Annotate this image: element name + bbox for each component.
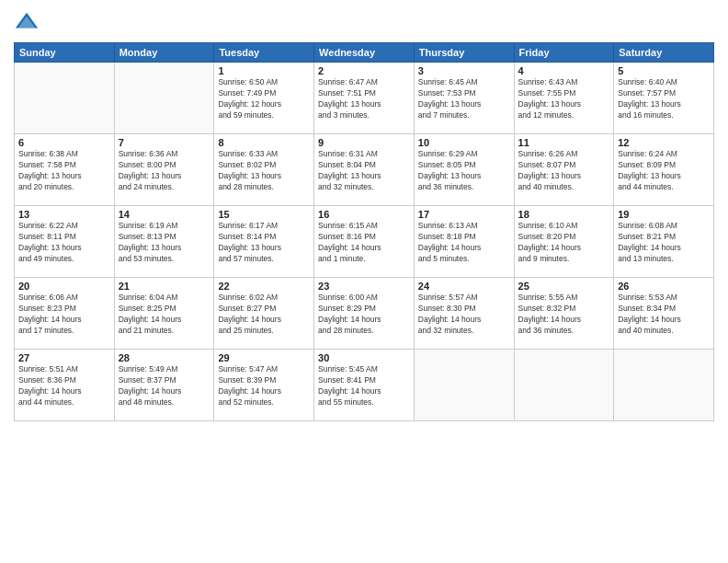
calendar-cell: 16Sunrise: 6:15 AM Sunset: 8:16 PM Dayli…	[314, 206, 415, 278]
week-row: 27Sunrise: 5:51 AM Sunset: 8:36 PM Dayli…	[15, 350, 714, 421]
calendar-cell	[414, 350, 514, 421]
logo-icon	[14, 9, 40, 35]
day-number: 11	[518, 137, 610, 148]
day-info: Sunrise: 6:22 AM Sunset: 8:11 PM Dayligh…	[18, 221, 110, 265]
day-info: Sunrise: 5:55 AM Sunset: 8:32 PM Dayligh…	[518, 293, 610, 337]
calendar-cell	[514, 350, 614, 421]
day-info: Sunrise: 6:38 AM Sunset: 7:58 PM Dayligh…	[18, 149, 110, 193]
weekday-header: Friday	[514, 43, 614, 63]
day-number: 23	[318, 281, 410, 292]
day-info: Sunrise: 6:02 AM Sunset: 8:27 PM Dayligh…	[218, 293, 310, 337]
day-info: Sunrise: 6:10 AM Sunset: 8:20 PM Dayligh…	[518, 221, 610, 265]
day-number: 12	[618, 137, 710, 148]
day-info: Sunrise: 5:57 AM Sunset: 8:30 PM Dayligh…	[418, 293, 510, 337]
weekday-header: Monday	[114, 43, 214, 63]
day-number: 2	[318, 65, 410, 76]
week-row: 20Sunrise: 6:06 AM Sunset: 8:23 PM Dayli…	[15, 278, 714, 350]
calendar-cell: 1Sunrise: 6:50 AM Sunset: 7:49 PM Daylig…	[214, 63, 314, 134]
day-info: Sunrise: 6:36 AM Sunset: 8:00 PM Dayligh…	[119, 149, 210, 193]
calendar-cell: 7Sunrise: 6:36 AM Sunset: 8:00 PM Daylig…	[114, 134, 214, 206]
weekday-header: Wednesday	[314, 43, 415, 63]
day-info: Sunrise: 6:29 AM Sunset: 8:05 PM Dayligh…	[418, 149, 510, 193]
day-number: 14	[119, 209, 210, 220]
day-info: Sunrise: 5:49 AM Sunset: 8:37 PM Dayligh…	[119, 364, 210, 408]
calendar-cell: 22Sunrise: 6:02 AM Sunset: 8:27 PM Dayli…	[214, 278, 314, 350]
calendar-cell: 12Sunrise: 6:24 AM Sunset: 8:09 PM Dayli…	[614, 134, 714, 206]
week-row: 6Sunrise: 6:38 AM Sunset: 7:58 PM Daylig…	[15, 134, 714, 206]
day-info: Sunrise: 5:51 AM Sunset: 8:36 PM Dayligh…	[18, 364, 110, 408]
calendar-cell: 8Sunrise: 6:33 AM Sunset: 8:02 PM Daylig…	[214, 134, 314, 206]
calendar-cell: 14Sunrise: 6:19 AM Sunset: 8:13 PM Dayli…	[114, 206, 214, 278]
day-number: 15	[218, 209, 310, 220]
day-number: 9	[318, 137, 410, 148]
day-info: Sunrise: 6:33 AM Sunset: 8:02 PM Dayligh…	[218, 149, 310, 193]
week-row: 13Sunrise: 6:22 AM Sunset: 8:11 PM Dayli…	[15, 206, 714, 278]
day-info: Sunrise: 6:19 AM Sunset: 8:13 PM Dayligh…	[119, 221, 210, 265]
day-number: 18	[518, 209, 610, 220]
day-info: Sunrise: 6:31 AM Sunset: 8:04 PM Dayligh…	[318, 149, 410, 193]
calendar-cell: 5Sunrise: 6:40 AM Sunset: 7:57 PM Daylig…	[614, 63, 714, 134]
day-info: Sunrise: 6:17 AM Sunset: 8:14 PM Dayligh…	[218, 221, 310, 265]
calendar-cell: 13Sunrise: 6:22 AM Sunset: 8:11 PM Dayli…	[15, 206, 115, 278]
day-number: 13	[18, 209, 110, 220]
calendar-cell: 3Sunrise: 6:45 AM Sunset: 7:53 PM Daylig…	[414, 63, 514, 134]
day-info: Sunrise: 6:45 AM Sunset: 7:53 PM Dayligh…	[418, 77, 510, 121]
weekday-header: Thursday	[414, 43, 514, 63]
calendar-cell: 4Sunrise: 6:43 AM Sunset: 7:55 PM Daylig…	[514, 63, 614, 134]
day-info: Sunrise: 6:13 AM Sunset: 8:18 PM Dayligh…	[418, 221, 510, 265]
day-info: Sunrise: 6:26 AM Sunset: 8:07 PM Dayligh…	[518, 149, 610, 193]
calendar-cell: 26Sunrise: 5:53 AM Sunset: 8:34 PM Dayli…	[614, 278, 714, 350]
day-number: 30	[318, 352, 410, 363]
calendar-cell: 29Sunrise: 5:47 AM Sunset: 8:39 PM Dayli…	[214, 350, 314, 421]
day-number: 8	[218, 137, 310, 148]
day-number: 24	[418, 281, 510, 292]
day-info: Sunrise: 6:47 AM Sunset: 7:51 PM Dayligh…	[318, 77, 410, 121]
calendar: SundayMondayTuesdayWednesdayThursdayFrid…	[14, 42, 714, 421]
calendar-cell: 25Sunrise: 5:55 AM Sunset: 8:32 PM Dayli…	[514, 278, 614, 350]
day-info: Sunrise: 6:43 AM Sunset: 7:55 PM Dayligh…	[518, 77, 610, 121]
day-number: 17	[418, 209, 510, 220]
day-number: 1	[218, 65, 310, 76]
day-info: Sunrise: 6:50 AM Sunset: 7:49 PM Dayligh…	[218, 77, 310, 121]
day-number: 28	[119, 352, 210, 363]
day-number: 5	[618, 65, 710, 76]
calendar-cell: 17Sunrise: 6:13 AM Sunset: 8:18 PM Dayli…	[414, 206, 514, 278]
day-number: 3	[418, 65, 510, 76]
calendar-cell: 18Sunrise: 6:10 AM Sunset: 8:20 PM Dayli…	[514, 206, 614, 278]
day-number: 26	[618, 281, 710, 292]
calendar-cell: 19Sunrise: 6:08 AM Sunset: 8:21 PM Dayli…	[614, 206, 714, 278]
calendar-cell: 10Sunrise: 6:29 AM Sunset: 8:05 PM Dayli…	[414, 134, 514, 206]
day-number: 6	[18, 137, 110, 148]
day-number: 21	[119, 281, 210, 292]
day-number: 22	[218, 281, 310, 292]
calendar-cell: 6Sunrise: 6:38 AM Sunset: 7:58 PM Daylig…	[15, 134, 115, 206]
day-info: Sunrise: 6:24 AM Sunset: 8:09 PM Dayligh…	[618, 149, 710, 193]
weekday-header-row: SundayMondayTuesdayWednesdayThursdayFrid…	[15, 43, 714, 63]
weekday-header: Tuesday	[214, 43, 314, 63]
logo	[14, 9, 43, 35]
calendar-cell: 11Sunrise: 6:26 AM Sunset: 8:07 PM Dayli…	[514, 134, 614, 206]
day-number: 27	[18, 352, 110, 363]
day-info: Sunrise: 6:15 AM Sunset: 8:16 PM Dayligh…	[318, 221, 410, 265]
calendar-cell: 28Sunrise: 5:49 AM Sunset: 8:37 PM Dayli…	[114, 350, 214, 421]
calendar-cell	[114, 63, 214, 134]
calendar-cell: 30Sunrise: 5:45 AM Sunset: 8:41 PM Dayli…	[314, 350, 415, 421]
calendar-cell	[614, 350, 714, 421]
calendar-cell: 9Sunrise: 6:31 AM Sunset: 8:04 PM Daylig…	[314, 134, 415, 206]
day-info: Sunrise: 6:06 AM Sunset: 8:23 PM Dayligh…	[18, 293, 110, 337]
day-info: Sunrise: 6:00 AM Sunset: 8:29 PM Dayligh…	[318, 293, 410, 337]
header	[14, 9, 714, 35]
day-info: Sunrise: 6:40 AM Sunset: 7:57 PM Dayligh…	[618, 77, 710, 121]
calendar-cell	[15, 63, 115, 134]
calendar-cell: 27Sunrise: 5:51 AM Sunset: 8:36 PM Dayli…	[15, 350, 115, 421]
day-info: Sunrise: 5:45 AM Sunset: 8:41 PM Dayligh…	[318, 364, 410, 408]
calendar-cell: 2Sunrise: 6:47 AM Sunset: 7:51 PM Daylig…	[314, 63, 415, 134]
day-number: 25	[518, 281, 610, 292]
weekday-header: Saturday	[614, 43, 714, 63]
calendar-cell: 23Sunrise: 6:00 AM Sunset: 8:29 PM Dayli…	[314, 278, 415, 350]
day-info: Sunrise: 5:47 AM Sunset: 8:39 PM Dayligh…	[218, 364, 310, 408]
day-number: 29	[218, 352, 310, 363]
day-info: Sunrise: 6:04 AM Sunset: 8:25 PM Dayligh…	[119, 293, 210, 337]
day-info: Sunrise: 6:08 AM Sunset: 8:21 PM Dayligh…	[618, 221, 710, 265]
calendar-cell: 15Sunrise: 6:17 AM Sunset: 8:14 PM Dayli…	[214, 206, 314, 278]
